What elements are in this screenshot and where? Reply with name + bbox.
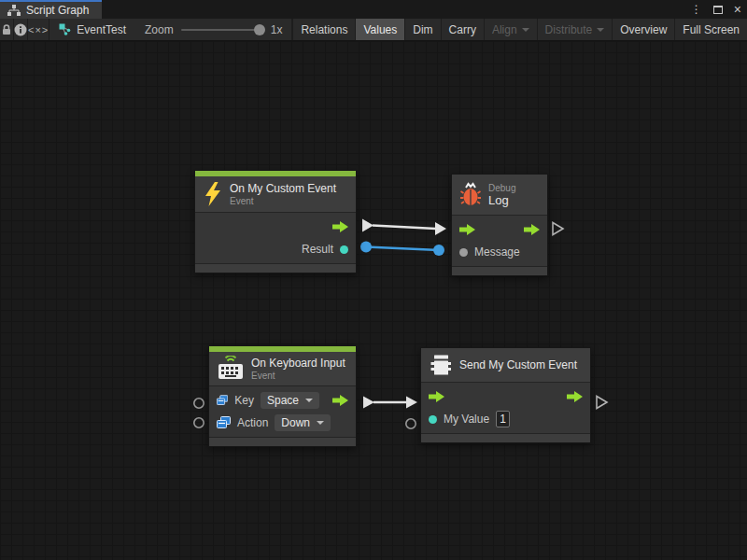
node-body: Message — [452, 216, 547, 267]
title-bar: Script Graph ⋮ × — [0, 0, 747, 19]
node-footer — [421, 434, 590, 442]
chevron-down-icon — [317, 421, 324, 425]
flow-output-triangle-debug-log[interactable] — [553, 223, 563, 235]
lock-button[interactable] — [0, 19, 14, 40]
port-label-message: Message — [474, 245, 520, 259]
lock-icon — [0, 23, 13, 36]
flow-output-arrow-icon[interactable] — [332, 395, 348, 406]
node-header: Send My Custom Event — [421, 348, 590, 383]
relations-button[interactable]: Relations — [292, 19, 355, 40]
zoom-slider[interactable] — [181, 29, 263, 31]
node-title: Send My Custom Event — [459, 358, 577, 371]
key-dropdown[interactable]: Space — [261, 392, 319, 409]
output-port-result[interactable] — [340, 245, 348, 254]
port-label-action: Action — [237, 416, 268, 429]
node-body: My Value 1 — [421, 383, 590, 434]
connections-overlay — [0, 41, 747, 560]
align-dropdown[interactable]: Align — [484, 19, 537, 40]
values-button[interactable]: Values — [355, 19, 404, 40]
flow-output-triangle-send-event[interactable] — [597, 397, 607, 409]
node-title: On My Custom Event — [230, 182, 336, 195]
flow-output-arrow-icon[interactable] — [524, 224, 540, 235]
dim-button[interactable]: Dim — [404, 19, 440, 40]
breadcrumb-graph[interactable]: EventTest — [49, 19, 135, 40]
tab-script-graph[interactable]: Script Graph — [0, 0, 102, 19]
my-value-input[interactable]: 1 — [496, 411, 510, 427]
node-title: On Keyboard Input — [251, 357, 345, 370]
bug-icon — [460, 182, 481, 207]
lightning-bolt-icon — [204, 182, 222, 206]
node-header: Debug Log — [452, 175, 547, 216]
node-subtitle: Event — [230, 196, 336, 206]
node-debug-log[interactable]: Debug Log Message — [451, 174, 548, 276]
node-footer — [209, 438, 356, 446]
node-footer — [452, 267, 547, 275]
input-port-message[interactable] — [459, 248, 468, 257]
node-on-my-custom-event[interactable]: On My Custom Event Event Result — [194, 170, 357, 273]
node-send-my-custom-event[interactable]: Send My Custom Event My Value 1 — [420, 347, 591, 443]
flow-output-arrow-icon[interactable] — [332, 221, 348, 232]
toolbar-buttons: Relations Values Dim Carry Align Distrib… — [292, 19, 747, 40]
input-port-circle-my-value[interactable] — [406, 419, 416, 428]
flow-input-arrow-icon[interactable] — [459, 224, 475, 235]
node-body: Key Space Action Down — [209, 386, 356, 438]
port-label-my-value: My Value — [444, 413, 489, 426]
flow-output-arrow-icon[interactable] — [567, 391, 583, 402]
graph-canvas[interactable]: On My Custom Event Event Result — [0, 41, 747, 560]
info-button[interactable] — [14, 19, 28, 40]
zoom-label: Zoom — [145, 23, 174, 36]
window-close-icon[interactable]: × — [734, 5, 741, 14]
code-icon: <×> — [28, 24, 49, 35]
tab-title: Script Graph — [26, 4, 89, 17]
info-icon — [14, 23, 27, 36]
node-footer — [195, 264, 356, 273]
window-maximize-icon[interactable] — [713, 6, 723, 14]
node-title: Log — [488, 193, 515, 207]
distribute-dropdown[interactable]: Distribute — [537, 19, 613, 40]
input-port-my-value[interactable] — [429, 415, 437, 424]
chevron-down-icon — [305, 399, 313, 402]
port-label-key: Key — [234, 394, 254, 407]
graph-toolbar: <×> EventTest Zoom 1x Relations Values D… — [0, 19, 747, 41]
flow-input-arrow-icon[interactable] — [429, 391, 444, 402]
port-label-result: Result — [302, 243, 333, 256]
flow-connection-custom-event-to-log[interactable] — [362, 219, 446, 236]
chevron-down-icon — [597, 28, 604, 32]
node-header: On Keyboard Input Event — [209, 352, 356, 386]
action-dropdown[interactable]: Down — [275, 414, 331, 431]
fullscreen-button[interactable]: Full Screen — [674, 19, 747, 40]
input-port-circle-key[interactable] — [194, 399, 204, 408]
script-graph-asset-icon — [59, 23, 71, 35]
value-connection-result-to-message[interactable] — [360, 242, 444, 257]
node-category: Debug — [488, 183, 515, 193]
enum-type-icon — [217, 416, 231, 429]
flow-connection-keyboard-to-send[interactable] — [363, 397, 417, 409]
graph-name: EventTest — [77, 23, 126, 36]
node-body: Result — [195, 213, 356, 264]
unity-script-graph-window: { "window": { "tab_title": "Script Graph… — [0, 0, 747, 560]
overview-button[interactable]: Overview — [612, 19, 674, 40]
input-port-circle-action[interactable] — [194, 418, 204, 427]
chevron-down-icon — [522, 28, 529, 32]
event-machine-icon — [430, 355, 452, 375]
node-on-keyboard-input[interactable]: On Keyboard Input Event Key Space — [208, 345, 357, 447]
zoom-value: 1x — [271, 23, 283, 36]
graph-hierarchy-icon — [7, 5, 21, 16]
carry-button[interactable]: Carry — [441, 19, 484, 40]
zoom-control: Zoom 1x — [135, 19, 292, 40]
window-menu-icon[interactable]: ⋮ — [691, 3, 702, 16]
node-subtitle: Event — [251, 371, 345, 381]
keyboard-icon — [218, 356, 244, 381]
node-header: On My Custom Event Event — [195, 176, 356, 213]
code-preview-button[interactable]: <×> — [28, 19, 49, 40]
zoom-slider-handle[interactable] — [254, 24, 265, 35]
enum-type-icon — [217, 394, 228, 407]
